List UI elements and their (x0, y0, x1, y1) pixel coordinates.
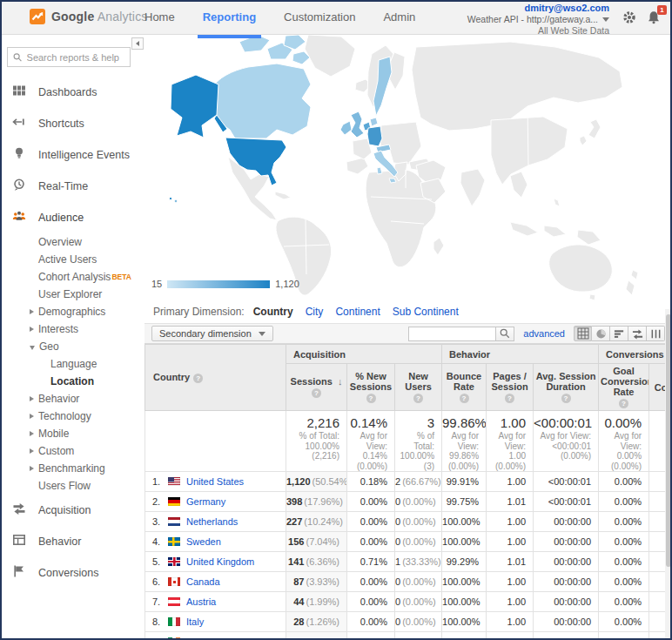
sidebar-item-dashboards[interactable]: Dashboards (0, 77, 144, 108)
country-link[interactable]: United Kingdom (186, 556, 254, 567)
nav-tab-home[interactable]: Home (144, 0, 175, 35)
sidebar-item-intelligence-events[interactable]: Intelligence Events (0, 139, 144, 171)
map-country-italy[interactable] (389, 179, 396, 183)
help-icon[interactable]: ? (312, 388, 321, 398)
column-header-new-users[interactable]: New Users? (395, 364, 442, 411)
help-icon[interactable]: ? (561, 394, 571, 403)
sidebar-item-label: Intelligence Events (38, 149, 130, 161)
account-info: dmitry@wso2.com Weather API - http://gat… (467, 3, 609, 36)
sidebar-item-geo[interactable]: Geo (0, 338, 144, 355)
sidebar-item-user-explorer[interactable]: User Explorer (0, 286, 144, 303)
new-users-percent: (0.00%) (402, 596, 436, 607)
column-header-country[interactable]: Country? (145, 345, 286, 411)
sessions-value: 28 (293, 616, 304, 627)
advanced-search-link[interactable]: advanced (523, 328, 565, 339)
sort-descending-icon[interactable]: ↓ (338, 376, 343, 387)
sidebar-collapse-button[interactable] (131, 37, 144, 50)
map-country-us-hawaii[interactable] (169, 197, 171, 199)
nav-tab-customization[interactable]: Customization (284, 0, 355, 35)
country-link[interactable]: Ireland (186, 637, 216, 640)
column-header-pages-session[interactable]: Pages / Session? (487, 364, 534, 411)
help-icon[interactable]: ? (460, 394, 469, 403)
property-selector[interactable]: Weather API - http://gateway.a... (467, 15, 609, 24)
help-icon[interactable]: ? (193, 374, 203, 383)
map-country-united-kingdom[interactable] (351, 111, 364, 138)
dimension-link-city[interactable]: City (306, 306, 324, 318)
help-icon[interactable]: ? (619, 399, 628, 408)
map-country-germany[interactable] (367, 126, 382, 146)
sidebar-item-overview[interactable]: Overview (0, 233, 144, 251)
sidebar-item-interests[interactable]: Interests (0, 320, 144, 338)
view-button-percentage[interactable] (592, 326, 610, 341)
country-link[interactable]: Canada (186, 576, 220, 587)
country-link[interactable]: Netherlands (186, 516, 238, 527)
sidebar-item-mobile[interactable]: Mobile (0, 425, 144, 442)
country-shape (510, 222, 538, 236)
view-button-comparison[interactable] (628, 326, 647, 341)
sidebar-item-audience[interactable]: Audience (0, 202, 144, 233)
table-row: 7.Austria44(1.99%)0.00%0(0.00%)100.00%1.… (145, 592, 672, 612)
scrollbar-thumb[interactable] (666, 314, 671, 567)
map-country-denmark[interactable] (370, 118, 378, 126)
new-users-value: 0 (395, 616, 400, 627)
sidebar-item-conversions[interactable]: Conversions (0, 557, 144, 589)
help-icon[interactable]: ? (366, 394, 376, 403)
notifications-bell-icon[interactable]: 1 (646, 10, 662, 25)
sidebar-item-language[interactable]: Language (0, 355, 144, 373)
account-email[interactable]: dmitry@wso2.com (467, 3, 609, 13)
country-link[interactable]: Sweden (186, 536, 221, 547)
sidebar-item-location[interactable]: Location (0, 373, 144, 390)
dimension-link-sub-continent[interactable]: Sub Continent (393, 306, 459, 318)
search-reports-input[interactable] (27, 52, 124, 63)
notification-count-badge[interactable]: 1 (657, 5, 667, 15)
sidebar-item-custom[interactable]: Custom (0, 442, 144, 460)
legend-min-value: 15 (151, 279, 162, 289)
table-search-button[interactable] (495, 327, 514, 341)
sidebar-item-active-users[interactable]: Active Users (0, 251, 144, 268)
map-country-us-alaska[interactable] (171, 75, 218, 138)
new-users-value: 0 (395, 536, 400, 547)
dimension-link-continent[interactable]: Continent (335, 306, 380, 318)
settings-gear-icon[interactable] (622, 10, 637, 25)
sidebar-item-cohort-analysis[interactable]: Cohort AnalysisBETA (0, 268, 144, 286)
secondary-dimension-button[interactable]: Secondary dimension (151, 326, 273, 341)
nav-tab-admin[interactable]: Admin (383, 0, 415, 35)
column-header-sessions[interactable]: Sessions↓? (286, 364, 347, 411)
help-icon[interactable]: ? (505, 394, 514, 403)
primary-dimension-label: Primary Dimension: (153, 306, 245, 318)
dimension-link-country[interactable]: Country (253, 306, 293, 318)
table-row: 8.Italy28(1.26%)0.00%0(0.00%)100.00%1.00… (145, 612, 672, 632)
help-icon[interactable]: ? (413, 394, 423, 403)
sidebar-item-demographics[interactable]: Demographics (0, 303, 144, 320)
nav-tab-reporting[interactable]: Reporting (203, 0, 256, 35)
sessions-percent: (7.04%) (306, 536, 339, 547)
new-users-cell: 0(0.00%) (395, 612, 442, 632)
country-link[interactable]: United States (186, 476, 244, 487)
page-scrollbar[interactable] (665, 309, 672, 640)
bounce-rate-cell: 100.00% (442, 612, 487, 632)
view-button-performance[interactable] (610, 326, 628, 341)
column-header-avg-session-duration[interactable]: Avg. Session Duration? (534, 364, 599, 411)
sidebar-item-behavior[interactable]: Behavior (0, 390, 144, 408)
sidebar-item-shortcuts[interactable]: Shortcuts (0, 108, 144, 139)
table-filter-input[interactable] (408, 327, 495, 341)
map-country-us-hawaii[interactable] (175, 200, 178, 203)
country-link[interactable]: Italy (186, 616, 204, 627)
sidebar-item-behavior[interactable]: Behavior (0, 526, 144, 557)
country-link[interactable]: Germany (186, 496, 225, 507)
sidebar-item-acquisition[interactable]: Acquisition (0, 495, 144, 526)
map-country-ireland[interactable] (340, 121, 352, 135)
country-shape (577, 230, 601, 245)
sidebar-item-real-time[interactable]: Real-Time (0, 171, 144, 202)
sidebar-item-users-flow[interactable]: Users Flow (0, 477, 144, 495)
column-header-bounce-rate[interactable]: Bounce Rate? (442, 364, 487, 411)
sidebar-item-benchmarking[interactable]: Benchmarking (0, 460, 144, 477)
view-button-pivot[interactable] (647, 326, 665, 341)
column-header-goal-conversion-rate[interactable]: Goal Conversion Rate? (599, 364, 649, 411)
sidebar-item-technology[interactable]: Technology (0, 408, 144, 425)
view-button-table[interactable] (574, 326, 592, 341)
map-country-italy[interactable] (377, 167, 382, 174)
country-link[interactable]: Austria (186, 596, 216, 607)
country-flag-icon (168, 577, 180, 586)
column-header--new-sessions[interactable]: % New Sessions? (347, 364, 395, 411)
